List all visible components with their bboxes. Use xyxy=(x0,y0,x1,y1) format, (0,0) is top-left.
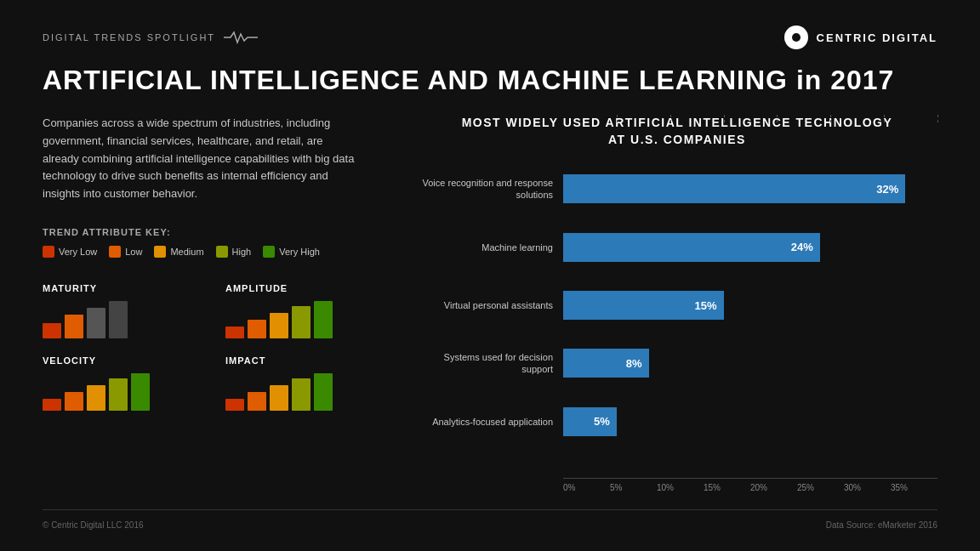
metric-bars-maturity xyxy=(43,300,200,338)
metric-card-amplitude: AMPLITUDE xyxy=(225,283,383,338)
x-tick-label: 5% xyxy=(610,479,657,492)
grid-line xyxy=(724,115,725,122)
metric-label-impact: IMPACT xyxy=(225,355,383,366)
chart-inner: Voice recognition and responsesolutions3… xyxy=(417,165,937,471)
bar-segment-amplitude-3 xyxy=(292,306,311,338)
title-part2: in 2017 xyxy=(788,65,894,95)
chart-bar-container: 32% xyxy=(563,174,937,203)
grid-line xyxy=(884,115,885,122)
legend-color-box xyxy=(216,246,228,258)
x-tick-label: 20% xyxy=(750,479,797,492)
footer-bar: © Centric Digital LLC 2016 Data Source: … xyxy=(43,509,937,530)
chart-bar-container: 5% xyxy=(563,407,937,436)
legend-color-box xyxy=(43,246,54,258)
x-tick-label: 10% xyxy=(657,479,704,492)
bar-segment-maturity-2 xyxy=(87,308,105,338)
bar-segment-impact-0 xyxy=(225,399,244,411)
grid-line xyxy=(617,115,618,122)
h-bar: 32% xyxy=(563,174,905,203)
legend-item-label: Very High xyxy=(279,247,320,257)
h-bar: 24% xyxy=(563,233,820,262)
bar-segment-amplitude-2 xyxy=(270,313,288,338)
legend-item-label: Very Low xyxy=(59,247,97,257)
bar-segment-maturity-1 xyxy=(65,315,83,338)
bar-segment-velocity-1 xyxy=(65,392,83,411)
chart-bar-label: Analytics-focused application xyxy=(417,416,553,428)
legend-color-box xyxy=(263,246,275,258)
legend-item-label: High xyxy=(232,247,252,257)
h-bar: 15% xyxy=(563,291,724,320)
bar-segment-impact-1 xyxy=(248,392,266,411)
chart-bar-row: Machine learning24% xyxy=(417,233,937,262)
x-tick-label: 35% xyxy=(891,479,937,492)
chart-bar-label: Voice recognition and responsesolutions xyxy=(417,177,553,202)
grid-line xyxy=(830,115,831,122)
metric-label-velocity: VELOCITY xyxy=(43,355,200,366)
chart-bar-row: Analytics-focused application5% xyxy=(417,407,937,436)
chart-bar-label: Machine learning xyxy=(417,241,553,253)
spotlight-text: DIGITAL TRENDS SPOTLIGHT xyxy=(43,32,215,43)
bar-segment-velocity-0 xyxy=(43,399,61,411)
metric-label-maturity: MATURITY xyxy=(43,283,200,293)
x-tick-label: 30% xyxy=(844,479,891,492)
metric-card-maturity: MATURITY xyxy=(43,283,200,338)
spotlight-label: DIGITAL TRENDS SPOTLIGHT xyxy=(43,31,258,44)
wave-icon xyxy=(224,31,258,44)
bar-segment-impact-4 xyxy=(314,373,333,411)
content-area: Companies across a wide spectrum of indu… xyxy=(43,115,937,492)
description-text: Companies across a wide spectrum of indu… xyxy=(43,115,357,203)
grid-line xyxy=(937,115,938,122)
grid-line xyxy=(777,115,778,122)
legend-color-box xyxy=(154,246,166,258)
logo-area: CENTRIC DIGITAL xyxy=(784,26,937,49)
dashed-overlay xyxy=(563,115,937,122)
legend-color-box xyxy=(109,246,121,258)
legend-item: Medium xyxy=(154,246,203,258)
title-part1: ARTIFICIAL INTELLIGENCE AND MACHINE LEAR… xyxy=(43,65,788,95)
logo-circle xyxy=(784,26,808,49)
metric-bars-velocity xyxy=(43,372,200,411)
bar-segment-maturity-3 xyxy=(109,301,128,338)
chart-bar-row: Virtual personal assistants15% xyxy=(417,291,937,320)
x-axis: 0%5%10%15%20%25%30%35% xyxy=(563,478,937,492)
main-title: ARTIFICIAL INTELLIGENCE AND MACHINE LEAR… xyxy=(43,65,937,96)
legend-item-label: Medium xyxy=(170,247,203,257)
h-bar-value-label: 24% xyxy=(791,241,813,253)
legend-title: TREND ATTRIBUTE KEY: xyxy=(43,227,383,237)
bar-segment-amplitude-1 xyxy=(248,320,266,338)
bar-segment-maturity-0 xyxy=(43,323,61,338)
metric-card-velocity: VELOCITY xyxy=(43,355,200,411)
bar-segment-amplitude-4 xyxy=(314,301,333,338)
chart-bar-row: Systems used for decision support8% xyxy=(417,349,937,378)
metric-card-impact: IMPACT xyxy=(225,355,383,411)
legend-item: Very High xyxy=(263,246,320,258)
h-bar: 8% xyxy=(563,349,649,378)
bar-segment-velocity-2 xyxy=(87,385,105,411)
x-tick-label: 15% xyxy=(704,479,750,492)
h-bar-value-label: 32% xyxy=(876,183,898,196)
chart-bar-label: Virtual personal assistants xyxy=(417,299,553,311)
chart-bar-row: Voice recognition and responsesolutions3… xyxy=(417,174,937,203)
logo-text: CENTRIC DIGITAL xyxy=(817,31,937,44)
footer-right: Data Source: eMarketer 2016 xyxy=(826,520,937,530)
chart-bar-container: 15% xyxy=(563,291,937,320)
footer-left: © Centric Digital LLC 2016 xyxy=(43,520,144,530)
left-panel: Companies across a wide spectrum of indu… xyxy=(43,115,383,492)
page-container: DIGITAL TRENDS SPOTLIGHT CENTRIC DIGITAL… xyxy=(0,0,980,551)
trend-key-section: TREND ATTRIBUTE KEY: Very LowLowMediumHi… xyxy=(43,227,383,258)
h-bar-value-label: 8% xyxy=(626,357,642,370)
chart-bar-container: 24% xyxy=(563,233,937,262)
grid-line xyxy=(670,115,671,122)
bar-segment-impact-3 xyxy=(292,378,311,411)
legend-item: Low xyxy=(109,246,142,258)
logo-circle-inner xyxy=(792,33,801,42)
metric-bars-impact xyxy=(225,372,383,411)
bar-segment-velocity-3 xyxy=(109,378,128,411)
bar-segment-impact-2 xyxy=(270,385,288,411)
bar-segment-amplitude-0 xyxy=(225,327,244,338)
metrics-grid: MATURITYAMPLITUDEVELOCITYIMPACT xyxy=(43,283,383,411)
h-bar: 5% xyxy=(563,407,617,436)
legend-item: Very Low xyxy=(43,246,97,258)
x-tick-label: 25% xyxy=(797,479,844,492)
bar-segment-velocity-4 xyxy=(131,373,150,411)
